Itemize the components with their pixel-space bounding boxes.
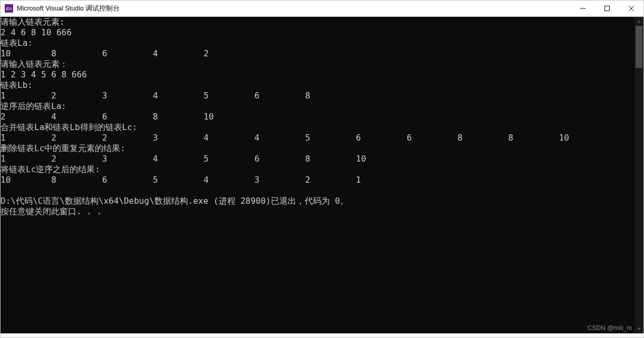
vertical-scrollbar[interactable]: ▲ ▼: [635, 17, 643, 333]
svg-rect-1: [605, 6, 610, 11]
close-icon: [629, 6, 634, 11]
console-area: 请输入链表元素: 2 4 6 8 10 666 链表La: 10 8 6 4 2…: [1, 17, 643, 333]
close-button[interactable]: [619, 1, 643, 16]
scroll-thumb[interactable]: [636, 26, 642, 68]
watermark: CSDN @mili_m: [588, 324, 632, 332]
window-title: Microsoft Visual Studio 调试控制台: [17, 4, 120, 13]
minimize-button[interactable]: [571, 1, 595, 16]
scroll-down-arrow[interactable]: ▼: [635, 324, 643, 333]
maximize-button[interactable]: [595, 1, 619, 16]
maximize-icon: [604, 6, 610, 11]
titlebar[interactable]: C:\ Microsoft Visual Studio 调试控制台: [1, 1, 643, 17]
scroll-up-arrow[interactable]: ▲: [635, 17, 643, 26]
window-controls: [571, 1, 643, 16]
minimize-icon: [580, 6, 586, 11]
console-window: C:\ Microsoft Visual Studio 调试控制台 请输入链表元…: [0, 0, 644, 338]
app-icon: C:\: [5, 4, 13, 13]
console-output[interactable]: 请输入链表元素: 2 4 6 8 10 666 链表La: 10 8 6 4 2…: [1, 17, 635, 333]
scroll-track[interactable]: [635, 26, 643, 324]
window-bottom-border: [1, 333, 643, 337]
